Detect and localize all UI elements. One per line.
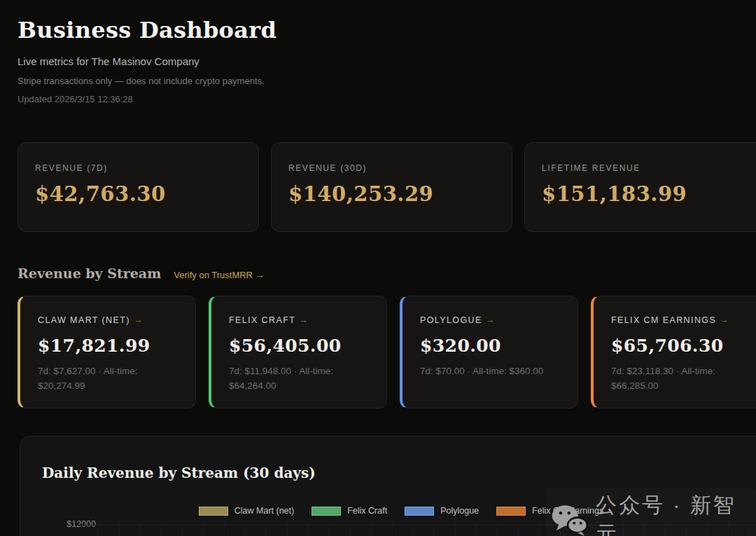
page-header: Business Dashboard Live metrics for The … — [18, 17, 756, 104]
stream-cards-row: CLAW MART (NET)→ $17,821.99 7d: $7,627.0… — [18, 296, 756, 408]
stream-label-text: FELIX CRAFT — [229, 315, 295, 325]
legend-item-felix-craft[interactable]: Felix Craft — [312, 506, 387, 516]
stream-subtext: 7d: $7,627.00 · All-time: $20,274.99 — [38, 364, 178, 394]
stat-card-lifetime-revenue: LIFETIME REVENUE $151,183.99 — [524, 142, 756, 232]
stream-label-text: FELIX CM EARNINGS — [611, 315, 716, 325]
chart-title: Daily Revenue by Stream (30 days) — [42, 465, 316, 481]
stream-label: FELIX CRAFT→ — [229, 315, 370, 325]
stream-label: FELIX CM EARNINGS→ — [611, 315, 752, 325]
section-title: Revenue by Stream — [18, 266, 161, 281]
legend-label: Felix Craft — [347, 506, 387, 516]
wechat-icon — [551, 504, 589, 536]
stream-subtext: 7d: $70.00 · All-time: $360.00 — [420, 364, 561, 379]
legend-swatch-felix-craft — [312, 507, 341, 516]
stream-card-felix-cm-earnings[interactable]: FELIX CM EARNINGS→ $65,706.30 7d: $23,11… — [591, 296, 756, 408]
stream-value: $17,821.99 — [38, 336, 178, 356]
stream-subtext: 7d: $23,118.30 · All-time: $66,285.00 — [611, 364, 752, 394]
page-title: Business Dashboard — [18, 17, 756, 43]
stream-card-polylogue[interactable]: POLYLOGUE→ $320.00 7d: $70.00 · All-time… — [400, 296, 578, 408]
legend-item-polylogue[interactable]: Polylogue — [405, 506, 479, 516]
stat-value: $151,183.99 — [542, 182, 748, 206]
stream-value: $320.00 — [420, 336, 561, 356]
legend-swatch-claw-mart — [199, 507, 228, 516]
stream-card-felix-craft[interactable]: FELIX CRAFT→ $56,405.00 7d: $11,948.00 ·… — [209, 296, 387, 408]
stream-label: CLAW MART (NET)→ — [38, 315, 178, 325]
stream-value: $65,706.30 — [611, 336, 752, 356]
stream-card-claw-mart[interactable]: CLAW MART (NET)→ $17,821.99 7d: $7,627.0… — [18, 296, 196, 408]
arrow-right-icon: → — [486, 315, 495, 325]
stat-value: $140,253.29 — [288, 182, 495, 206]
stat-label: REVENUE (30D) — [288, 163, 495, 173]
stream-label-text: POLYLOGUE — [420, 315, 482, 325]
arrow-right-icon: → — [299, 315, 308, 325]
stat-label: LIFETIME REVENUE — [542, 163, 748, 173]
stat-card-revenue-30d: REVENUE (30D) $140,253.29 — [271, 142, 512, 232]
watermark-text: 公众号 · 新智元 — [596, 491, 750, 536]
stat-card-revenue-7d: REVENUE (7D) $42,763.30 — [18, 142, 259, 232]
page-subtitle: Live metrics for The Masinov Company — [18, 55, 756, 67]
revenue-by-stream-header: Revenue by Stream Verify on TrustMRR → — [18, 266, 756, 281]
stream-subtext: 7d: $11,948.00 · All-time: $64,264.00 — [229, 364, 370, 394]
stream-value: $56,405.00 — [229, 336, 370, 356]
legend-label: Claw Mart (net) — [234, 506, 294, 516]
stat-cards-row: REVENUE (7D) $42,763.30 REVENUE (30D) $1… — [18, 142, 756, 232]
updated-timestamp: Updated 2026/3/15 12:36:28 — [18, 94, 756, 104]
verify-trustmrr-link[interactable]: Verify on TrustMRR → — [174, 270, 264, 280]
stripe-note: Stripe transactions only — does not incl… — [18, 76, 756, 86]
arrow-right-icon: → — [134, 315, 143, 325]
watermark: 公众号 · 新智元 — [545, 488, 756, 536]
legend-item-claw-mart[interactable]: Claw Mart (net) — [199, 506, 294, 516]
arrow-right-icon: → — [720, 315, 729, 325]
stream-label: POLYLOGUE→ — [420, 315, 561, 325]
legend-swatch-felix-cm-earnings — [496, 507, 526, 516]
legend-swatch-polylogue — [405, 507, 434, 516]
legend-label: Polylogue — [440, 506, 479, 516]
stat-label: REVENUE (7D) — [35, 163, 241, 173]
stat-value: $42,763.30 — [35, 182, 241, 206]
stream-label-text: CLAW MART (NET) — [38, 315, 130, 325]
